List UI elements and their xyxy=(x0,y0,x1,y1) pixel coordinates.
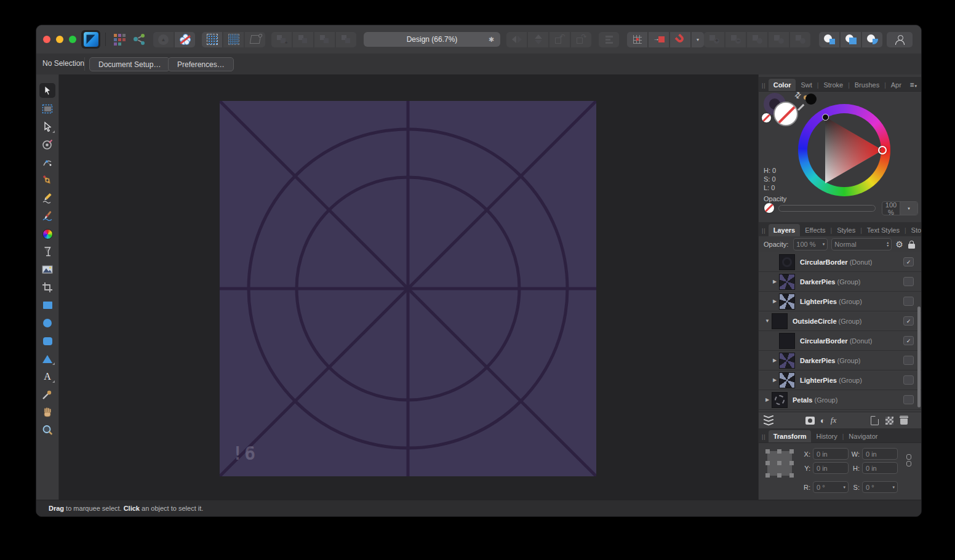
view-mode-dropdown[interactable]: Design (66.7%) ✱ xyxy=(364,32,500,47)
move-forward-button[interactable] xyxy=(293,32,313,47)
link-dimensions-icon[interactable] xyxy=(906,454,911,466)
layers-scrollbar[interactable] xyxy=(917,306,921,407)
visibility-checkbox[interactable] xyxy=(903,395,914,404)
boolean-subtract-button[interactable]: − xyxy=(725,32,746,47)
visibility-checkbox[interactable] xyxy=(903,277,914,286)
layer-row[interactable]: ▼OutsideCircle (Group)✓ xyxy=(759,311,921,331)
expand-arrow-icon[interactable]: ▶ xyxy=(770,279,779,284)
pen-tool[interactable] xyxy=(39,174,55,187)
fill-color-swatch[interactable] xyxy=(773,102,798,126)
layer-thumbnail[interactable] xyxy=(779,372,795,388)
tab-appearance[interactable]: Apr xyxy=(886,79,906,91)
snapping-button[interactable] xyxy=(670,32,690,47)
layer-thumbnail[interactable] xyxy=(772,392,788,408)
alignment-button[interactable] xyxy=(599,32,619,47)
tab-stock[interactable]: Stock xyxy=(906,224,922,236)
visibility-checkbox[interactable]: ✓ xyxy=(903,336,914,345)
layers-stack-icon[interactable] xyxy=(764,415,773,426)
minimize-window-button[interactable] xyxy=(56,36,63,43)
boolean-combine-button[interactable] xyxy=(790,32,810,47)
flip-horizontal-button[interactable] xyxy=(506,32,527,47)
new-layer-icon[interactable] xyxy=(871,416,879,425)
transparency-icon[interactable] xyxy=(885,417,893,425)
panel-grip-icon[interactable]: || xyxy=(762,82,766,89)
chevron-down-icon[interactable]: ▾ xyxy=(900,202,917,215)
rectangle-tool[interactable] xyxy=(39,298,55,312)
crop-tool[interactable] xyxy=(39,281,55,294)
tab-layers[interactable]: Layers xyxy=(769,224,800,236)
canvas-area[interactable]: !6 xyxy=(59,74,758,500)
visibility-checkbox[interactable] xyxy=(903,297,914,306)
view-hand-tool[interactable] xyxy=(39,406,55,419)
layer-row[interactable] xyxy=(759,410,921,411)
zoom-tool[interactable] xyxy=(39,423,55,437)
layer-effects-icon[interactable]: fx xyxy=(831,415,836,425)
point-transform-tool[interactable] xyxy=(39,138,55,151)
boolean-intersect-button[interactable] xyxy=(747,32,767,47)
tab-effects[interactable]: Effects xyxy=(800,224,830,236)
layer-thumbnail[interactable] xyxy=(779,254,795,270)
rotate-ccw-button[interactable]: ↶ xyxy=(549,32,570,47)
expand-arrow-icon[interactable]: ▶ xyxy=(770,358,779,363)
ellipse-tool[interactable] xyxy=(39,316,55,330)
adjustment-layer-icon[interactable]: ◐ xyxy=(820,416,825,425)
mask-layer-icon[interactable] xyxy=(805,417,815,425)
layers-opacity-dropdown[interactable]: 100 % ▾ xyxy=(793,238,828,250)
visibility-checkbox[interactable] xyxy=(903,375,914,385)
transform-mode-button[interactable] xyxy=(245,32,265,47)
layer-row[interactable]: CircularBorder (Donut)✓ xyxy=(759,252,921,272)
move-backward-button[interactable] xyxy=(314,32,335,47)
layer-row[interactable]: ▶LighterPies (Group) xyxy=(759,292,921,311)
shape-tool[interactable] xyxy=(39,352,55,366)
opacity-slider[interactable] xyxy=(778,205,876,212)
lock-icon[interactable] xyxy=(908,241,915,249)
move-to-front-button[interactable]: + xyxy=(271,32,292,47)
visibility-checkbox[interactable] xyxy=(903,356,914,365)
pencil-tool[interactable] xyxy=(39,191,55,205)
tab-navigator[interactable]: Navigator xyxy=(844,430,882,442)
tab-styles[interactable]: Styles xyxy=(832,224,860,236)
asset-detach-button[interactable] xyxy=(175,32,195,47)
place-image-tool[interactable] xyxy=(39,263,55,276)
expand-arrow-icon[interactable]: ▶ xyxy=(763,397,772,402)
hue-selector-dot[interactable] xyxy=(878,146,887,154)
set-none-swatch[interactable] xyxy=(761,113,772,123)
y-input[interactable]: 0 in xyxy=(813,462,849,474)
h-input[interactable]: 0 in xyxy=(862,462,898,474)
corner-tool[interactable] xyxy=(39,156,55,169)
snapping-options-dropdown[interactable]: ▾ xyxy=(692,32,704,47)
insert-on-top-button[interactable] xyxy=(841,32,861,47)
color-picker-tool[interactable] xyxy=(39,388,55,401)
tab-brushes[interactable]: Brushes xyxy=(850,79,884,91)
edit-all-layers-button[interactable] xyxy=(202,32,222,47)
artboard-tool[interactable] xyxy=(39,102,55,116)
w-input[interactable]: 0 in xyxy=(862,448,898,460)
anchor-point-selector[interactable] xyxy=(767,451,792,476)
expand-arrow-icon[interactable]: ▼ xyxy=(763,318,772,324)
tab-stroke[interactable]: Stroke xyxy=(818,79,848,91)
blend-options-gear-icon[interactable]: ⚙ xyxy=(895,239,903,249)
boolean-divide-button[interactable] xyxy=(769,32,789,47)
tab-swatches[interactable]: Swt xyxy=(796,79,817,91)
layer-row[interactable]: ▶DarkerPies (Group) xyxy=(759,351,921,370)
layer-thumbnail[interactable] xyxy=(779,294,795,310)
show-grid-button[interactable] xyxy=(627,32,647,47)
select-same-button[interactable] xyxy=(223,32,244,47)
tab-color[interactable]: Color xyxy=(769,79,796,91)
tab-history[interactable]: History xyxy=(811,430,842,442)
account-button[interactable] xyxy=(887,32,913,47)
text-tool[interactable]: A xyxy=(39,370,55,383)
node-tool[interactable] xyxy=(39,120,55,134)
delete-layer-icon[interactable] xyxy=(900,417,908,425)
export-persona-icon[interactable] xyxy=(130,31,148,47)
layer-row[interactable]: ▶LighterPies (Group) xyxy=(759,370,921,390)
panel-grip-icon[interactable]: || xyxy=(762,228,766,234)
layer-thumbnail[interactable] xyxy=(779,333,795,349)
visibility-checkbox[interactable]: ✓ xyxy=(903,257,914,266)
color-wheel-tool[interactable] xyxy=(39,227,55,241)
layer-thumbnail[interactable] xyxy=(779,353,795,369)
opacity-none-swatch[interactable] xyxy=(764,202,775,214)
vector-brush-tool[interactable] xyxy=(39,209,55,223)
visibility-checkbox[interactable]: ✓ xyxy=(903,316,914,326)
rotate-cw-button[interactable]: ↷ xyxy=(571,32,591,47)
